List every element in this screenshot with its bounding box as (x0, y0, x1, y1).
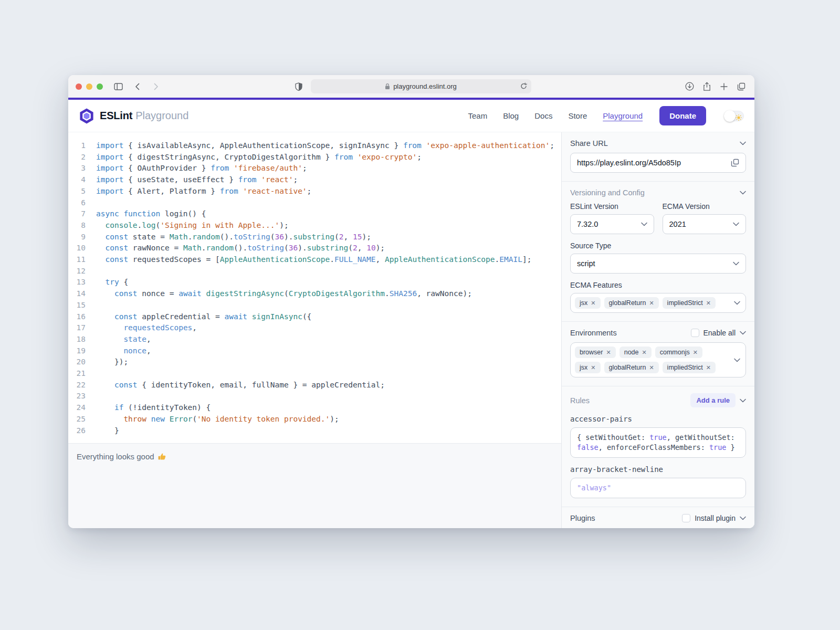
chip-impliedStrict: impliedStrict✕ (663, 362, 716, 373)
code-line[interactable]: 25 throw new Error('No identity token pr… (68, 414, 561, 425)
code-line[interactable]: 14 const nonce = await digestStringAsync… (68, 288, 561, 300)
line-number: 6 (68, 197, 86, 209)
code-line[interactable]: 12 (68, 266, 561, 277)
code-line[interactable]: 5import { Alert, Platform } from 'react-… (68, 186, 561, 197)
lint-status-bar: Everything looks good (68, 444, 561, 469)
nav-item-store[interactable]: Store (568, 111, 587, 120)
theme-toggle-knob[interactable] (724, 110, 736, 122)
code-line[interactable]: 10 const rawNonce = Math.random().toStri… (68, 243, 561, 254)
code-text: import { isAvailableAsync, AppleAuthenti… (86, 140, 554, 152)
code-line[interactable]: 1import { isAvailableAsync, AppleAuthent… (68, 140, 561, 152)
environments-collapse-icon[interactable] (740, 331, 746, 335)
code-text: const nonce = await digestStringAsync(Cr… (86, 288, 472, 300)
eslint-version-select[interactable]: 7.32.0 (570, 214, 654, 234)
line-number: 7 (68, 208, 86, 220)
share-url-input[interactable]: https://play.eslint.org/A5do85Ip (570, 153, 746, 173)
source-type-value: script (577, 259, 595, 268)
code-line[interactable]: 17 requestedScopes, (68, 322, 561, 334)
close-window-button[interactable] (76, 83, 82, 90)
copy-icon[interactable] (731, 159, 739, 167)
nav-item-docs[interactable]: Docs (534, 111, 552, 120)
code-line[interactable]: 16 const appleCredential = await signInA… (68, 311, 561, 323)
share-url-collapse-icon[interactable] (740, 141, 746, 145)
chip-remove-icon[interactable]: ✕ (706, 364, 711, 371)
reload-icon[interactable] (520, 82, 527, 91)
share-icon[interactable] (700, 80, 713, 93)
code-text: import { digestStringAsync, CryptoDigest… (86, 152, 422, 163)
line-number: 21 (68, 368, 86, 380)
code-line[interactable]: 22 const { identityToken, email, fullNam… (68, 380, 561, 391)
chip-commonjs: commonjs✕ (655, 346, 702, 358)
source-type-select[interactable]: script (570, 254, 746, 274)
nav-item-playground[interactable]: Playground (603, 111, 643, 120)
code-line[interactable]: 19 nonce, (68, 345, 561, 357)
rule-config-array-bracket-newline[interactable]: "always" (570, 478, 746, 498)
plugins-section: Plugins Install plugin (562, 507, 754, 528)
code-line[interactable]: 6 (68, 197, 561, 209)
code-line[interactable]: 2import { digestStringAsync, CryptoDiges… (68, 152, 561, 163)
code-text: const { identityToken, email, fullName }… (86, 380, 385, 391)
code-line[interactable]: 18 state, (68, 334, 561, 345)
code-line[interactable]: 7async function login() { (68, 208, 561, 220)
versioning-collapse-icon[interactable] (740, 191, 746, 195)
ecma-version-select[interactable]: 2021 (663, 214, 747, 234)
nav-item-team[interactable]: Team (468, 111, 488, 120)
chip-remove-icon[interactable]: ✕ (591, 300, 595, 307)
donate-button[interactable]: Donate (659, 106, 706, 125)
code-line[interactable]: 24 if (!identityToken) { (68, 402, 561, 414)
install-plugin-checkbox[interactable] (682, 514, 690, 522)
code-editor[interactable]: 1import { isAvailableAsync, AppleAuthent… (68, 132, 561, 444)
back-button[interactable] (130, 80, 144, 93)
code-line[interactable]: 20 }); (68, 356, 561, 368)
rule-config-accessor-pairs[interactable]: { setWithoutGet: true, getWithoutSet: fa… (570, 427, 746, 458)
code-line[interactable]: 23 (68, 391, 561, 402)
code-text: state, (86, 334, 151, 345)
chip-remove-icon[interactable]: ✕ (649, 300, 654, 307)
downloads-icon[interactable] (682, 80, 696, 93)
code-line[interactable]: 9 const state = Math.random().toString(3… (68, 232, 561, 243)
ecma-features-multiselect[interactable]: jsx✕globalReturn✕impliedStrict✕ (570, 293, 746, 313)
chip-remove-icon[interactable]: ✕ (706, 300, 711, 307)
chip-remove-icon[interactable]: ✕ (693, 349, 698, 356)
code-line[interactable]: 4import { useState, useEffect } from 're… (68, 174, 561, 186)
code-text: } (86, 425, 119, 437)
chip-remove-icon[interactable]: ✕ (606, 349, 611, 356)
chip-label: impliedStrict (667, 299, 703, 307)
rules-collapse-icon[interactable] (740, 398, 746, 403)
add-rule-button[interactable]: Add a rule (690, 393, 736, 407)
code-line[interactable]: 26 } (68, 425, 561, 437)
privacy-shield-icon[interactable] (292, 80, 306, 93)
tab-overview-icon[interactable] (734, 80, 748, 93)
sidebar-toggle-icon[interactable] (111, 80, 125, 93)
code-line[interactable]: 21 (68, 368, 561, 380)
line-number: 22 (68, 380, 86, 391)
code-text: import { OAuthProvider } from 'firebase/… (86, 163, 307, 174)
line-number: 5 (68, 186, 86, 197)
plugins-collapse-icon[interactable] (740, 516, 746, 520)
line-number: 1 (68, 140, 86, 152)
forward-button[interactable] (149, 80, 163, 93)
line-number: 19 (68, 345, 86, 357)
chip-remove-icon[interactable]: ✕ (642, 349, 647, 356)
address-bar[interactable]: playground.eslint.org (311, 79, 531, 93)
rule-name-accessor-pairs: accessor-pairs (570, 415, 746, 423)
minimize-window-button[interactable] (86, 83, 92, 90)
enable-all-checkbox[interactable] (691, 329, 699, 337)
code-line[interactable]: 15 (68, 300, 561, 311)
install-plugin-label: Install plugin (695, 514, 736, 522)
new-tab-icon[interactable] (717, 80, 731, 93)
theme-toggle[interactable] (724, 111, 744, 121)
eslint-logo[interactable]: ESLintPlayground (79, 108, 188, 124)
environments-multiselect[interactable]: browser✕node✕commonjs✕jsx✕globalReturn✕i… (570, 342, 746, 377)
code-line[interactable]: 3import { OAuthProvider } from 'firebase… (68, 163, 561, 174)
code-line[interactable]: 11 const requestedScopes = [AppleAuthent… (68, 254, 561, 266)
nav-item-blog[interactable]: Blog (503, 111, 519, 120)
chip-remove-icon[interactable]: ✕ (591, 364, 595, 371)
line-number: 16 (68, 311, 86, 323)
code-line[interactable]: 8 console.log('Signing in with Apple...'… (68, 220, 561, 232)
chip-remove-icon[interactable]: ✕ (649, 364, 654, 371)
ecma-version-label: ECMA Version (663, 202, 747, 211)
share-url-title: Share URL (570, 139, 608, 148)
zoom-window-button[interactable] (97, 83, 103, 90)
code-line[interactable]: 13 try { (68, 277, 561, 288)
